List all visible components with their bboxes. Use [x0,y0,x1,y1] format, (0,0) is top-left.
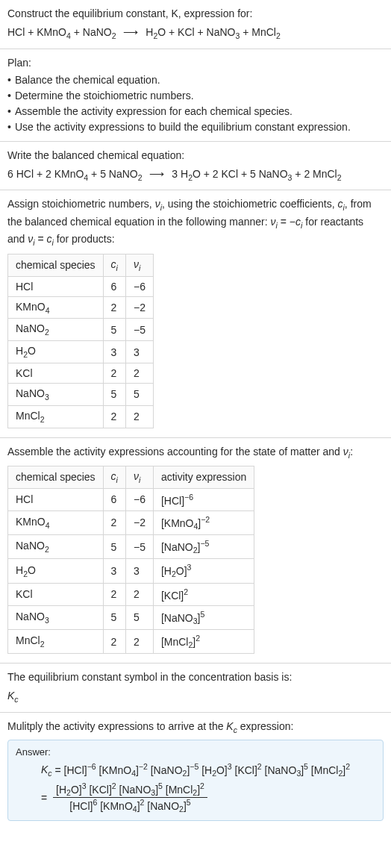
table-row: KMnO42−2[KMnO4]−2 [8,511,254,534]
section-plan: Plan: •Balance the chemical equation. •D… [0,49,391,142]
table-row: H2O33[H2O]3 [8,559,254,583]
cell-vi: 2 [125,629,153,653]
cell-vi: 2 [125,405,153,428]
cell-vi: 5 [125,605,153,629]
kc-expression-line2: = [H2O]3 [KCl]2 [NaNO3]5 [MnCl2]2 [HCl]6… [16,781,375,814]
plan-item-text: Balance the chemical equation. [15,74,160,86]
section-balanced: Write the balanced chemical equation: 6 … [0,142,391,191]
cell-vi: −5 [125,534,153,558]
prompt-equation: HCl + KMnO4 + NaNO2 ⟶ H2O + KCl + NaNO3 … [7,25,384,43]
table-row: KMnO42−2 [8,296,154,319]
plan-item: •Determine the stoichiometric numbers. [7,88,384,104]
cell-species: NaNO3 [8,605,104,629]
cell-ci: 2 [103,629,125,653]
cell-species: HCl [8,276,104,296]
table-row: KCl22[KCl]2 [8,583,254,605]
cell-activity: [NaNO2]−5 [153,534,254,558]
cell-ci: 2 [103,296,125,319]
cell-ci: 5 [103,383,125,405]
cell-species: NaNO3 [8,383,104,405]
section-prompt: Construct the equilibrium constant, K, e… [0,0,391,49]
plan-item: •Balance the chemical equation. [7,72,384,88]
table-header-row: chemical species ci νi [8,254,154,276]
stoich-table: chemical species ci νi HCl6−6 KMnO42−2 N… [7,254,154,428]
kc-symbol: Kc [7,688,384,706]
th-vi: νi [125,254,153,276]
cell-vi: −6 [125,488,153,511]
kc-fraction-denominator: [HCl]6 [KMnO4]2 [NaNO2]5 [53,798,207,814]
table-row: HCl6−6 [8,276,154,296]
table-row: HCl6−6[HCl]−6 [8,488,254,511]
plan-item-text: Determine the stoichiometric numbers. [15,90,194,102]
plan-item-text: Assemble the activity expression for eac… [15,105,293,117]
cell-vi: −6 [125,276,153,296]
table-row: MnCl222 [8,405,154,428]
table-row: NaNO355 [8,383,154,405]
table-row: NaNO355[NaNO3]5 [8,605,254,629]
cell-species: HCl [8,488,104,511]
cell-ci: 2 [103,511,125,534]
cell-species: NaNO2 [8,319,104,341]
cell-ci: 5 [103,534,125,558]
cell-species: KMnO4 [8,511,104,534]
section-stoich: Assign stoichiometric numbers, νi, using… [0,190,391,437]
plan-list: •Balance the chemical equation. •Determi… [7,72,384,135]
cell-activity: [H2O]3 [153,559,254,583]
plan-item: •Assemble the activity expression for ea… [7,104,384,119]
section-kc-symbol: The equilibrium constant symbol in the c… [0,664,391,713]
plan-item-text: Use the activity expressions to build th… [15,121,351,133]
th-ci: ci [103,466,125,489]
cell-activity: [KCl]2 [153,583,254,605]
cell-species: KCl [8,363,104,383]
answer-box: Answer: Kc = [HCl]−6 [KMnO4]−2 [NaNO2]−5… [7,740,384,821]
cell-vi: 2 [125,363,153,383]
plan-heading: Plan: [7,55,384,71]
cell-ci: 3 [103,559,125,583]
table-row: NaNO25−5 [8,319,154,341]
section-activity: Assemble the activity expressions accoun… [0,438,391,664]
cell-species: H2O [8,559,104,583]
table-row: NaNO25−5[NaNO2]−5 [8,534,254,558]
section-answer: Mulitply the activity expressions to arr… [0,713,391,834]
cell-ci: 2 [103,583,125,605]
balanced-heading: Write the balanced chemical equation: [7,148,384,163]
cell-vi: −2 [125,296,153,319]
activity-table: chemical species ci νi activity expressi… [7,466,254,654]
table-row: H2O33 [8,341,154,363]
kc-fraction-numerator: [H2O]3 [KCl]2 [NaNO3]5 [MnCl2]2 [53,781,207,798]
cell-vi: −2 [125,511,153,534]
stoich-heading: Assign stoichiometric numbers, νi, using… [7,196,384,249]
kc-expression-line1: Kc = [HCl]−6 [KMnO4]−2 [NaNO2]−5 [H2O]3 … [16,761,375,780]
balanced-equation: 6 HCl + 2 KMnO4 + 5 NaNO2 ⟶ 3 H2O + 2 KC… [7,166,384,184]
cell-species: MnCl2 [8,405,104,428]
kc-fraction: [H2O]3 [KCl]2 [NaNO3]5 [MnCl2]2 [HCl]6 [… [53,781,207,814]
cell-ci: 2 [103,363,125,383]
cell-activity: [HCl]−6 [153,488,254,511]
cell-ci: 2 [103,405,125,428]
cell-vi: 3 [125,341,153,363]
cell-species: MnCl2 [8,629,104,653]
th-vi: νi [125,466,153,489]
kc-symbol-heading: The equilibrium constant symbol in the c… [7,669,384,685]
answer-label: Answer: [16,746,375,758]
cell-ci: 5 [103,319,125,341]
cell-activity: [KMnO4]−2 [153,511,254,534]
cell-species: NaNO2 [8,534,104,558]
cell-ci: 5 [103,605,125,629]
cell-ci: 3 [103,341,125,363]
th-species: chemical species [8,466,104,489]
cell-vi: 3 [125,559,153,583]
th-ci: ci [103,254,125,276]
table-row: MnCl222[MnCl2]2 [8,629,254,653]
multiply-heading: Mulitply the activity expressions to arr… [7,719,384,737]
cell-species: KMnO4 [8,296,104,319]
prompt-text: Construct the equilibrium constant, K, e… [7,6,384,22]
cell-vi: 2 [125,583,153,605]
cell-activity: [NaNO3]5 [153,605,254,629]
equals-sign: = [41,792,50,804]
cell-species: H2O [8,341,104,363]
cell-species: KCl [8,583,104,605]
cell-ci: 6 [103,276,125,296]
cell-ci: 6 [103,488,125,511]
th-activity: activity expression [153,466,254,489]
